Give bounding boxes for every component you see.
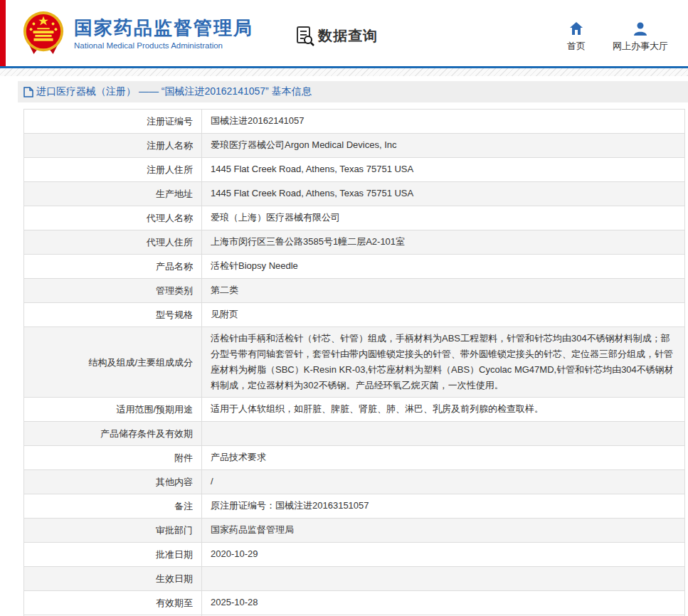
row-value: 2025-10-28 <box>202 591 684 615</box>
home-icon <box>569 21 583 36</box>
row-label: 其他内容 <box>24 470 202 494</box>
row-value: 适用于人体软组织，如肝脏、脾脏、肾脏、肺、淋巴、乳房及前列腺的检查取样。 <box>202 398 684 421</box>
row-value: 1445 Flat Creek Road, Athens, Texas 7575… <box>202 182 684 206</box>
row-label: 代理人名称 <box>24 206 202 230</box>
row-value: 活检针Biopsy Needle <box>202 255 684 278</box>
row-value: / <box>202 470 684 494</box>
page: 国家药品监督管理局 National Medical Products Admi… <box>0 0 688 616</box>
row-value: 爱琅医疗器械公司Argon Medical Devices, Inc <box>202 134 684 157</box>
row-label: 注册人住所 <box>24 158 202 181</box>
row-value: 见附页 <box>202 303 684 326</box>
row-label: 注册证编号 <box>24 110 202 133</box>
table-row: 其他内容 / <box>24 470 684 494</box>
table-row: 代理人名称 爱琅（上海）医疗器械有限公司 <box>24 206 684 230</box>
table-row: 生产地址 1445 Flat Creek Road, Athens, Texas… <box>24 182 684 206</box>
table-row: 注册证编号 国械注进20162141057 <box>24 110 684 134</box>
nav-home-label: 首页 <box>567 40 586 53</box>
row-label: 注册人名称 <box>24 134 202 157</box>
table-row: 产品储存条件及有效期 <box>24 422 684 446</box>
table-row: 有效期至 2025-10-28 <box>24 591 684 615</box>
nav-service-hall-label: 网上办事大厅 <box>613 40 668 53</box>
document-icon <box>23 87 33 97</box>
logo-text: 国家药品监督管理局 National Medical Products Admi… <box>74 17 253 50</box>
national-emblem-icon <box>21 10 65 57</box>
table-row: 批准日期 2020-10-29 <box>24 543 684 567</box>
hatch-band <box>0 68 688 76</box>
nav-service-hall[interactable]: 网上办事大厅 <box>613 21 668 53</box>
registration-info-table: 注册证编号 国械注进20162141057 注册人名称 爱琅医疗器械公司Argo… <box>23 109 685 616</box>
row-value: 2020-10-29 <box>202 543 684 566</box>
row-label: 管理类别 <box>24 279 202 302</box>
row-label: 批准日期 <box>24 543 202 566</box>
site-header: 国家药品监督管理局 National Medical Products Admi… <box>0 0 688 66</box>
row-label: 附件 <box>24 446 202 469</box>
row-value: 国械注进20162141057 <box>202 110 684 133</box>
breadcrumb: 进口医疗器械（注册） —— “国械注进20162141057” 基本信息 <box>18 81 688 102</box>
row-value: 爱琅（上海）医疗器械有限公司 <box>202 206 684 230</box>
nmpa-logo[interactable]: 国家药品监督管理局 National Medical Products Admi… <box>21 10 253 57</box>
table-row: 代理人住所 上海市闵行区三鲁公路3585号1幢二层A2-101室 <box>24 230 684 255</box>
row-label: 适用范围/预期用途 <box>24 398 202 421</box>
page-title: 进口医疗器械（注册） —— “国械注进20162141057” 基本信息 <box>36 85 312 98</box>
row-value: 1445 Flat Creek Road, Athens, Texas 7575… <box>202 158 684 181</box>
logo-title-en: National Medical Products Administration <box>74 41 253 50</box>
table-row: 审批部门 国家药品监督管理局 <box>24 519 684 543</box>
row-label: 备注 <box>24 494 202 518</box>
table-row: 备注 原注册证编号：国械注进20163151057 <box>24 494 684 519</box>
row-value: 原注册证编号：国械注进20163151057 <box>202 494 684 518</box>
table-row: 管理类别 第二类 <box>24 279 684 303</box>
table-row: 型号规格 见附页 <box>24 303 684 327</box>
row-label: 产品储存条件及有效期 <box>24 422 202 445</box>
row-label: 代理人住所 <box>24 230 202 254</box>
table-row: 适用范围/预期用途 适用于人体软组织，如肝脏、脾脏、肾脏、肺、淋巴、乳房及前列腺… <box>24 398 684 422</box>
nav-home[interactable]: 首页 <box>567 21 586 53</box>
red-edge-strip <box>0 0 6 66</box>
row-value: 第二类 <box>202 279 684 302</box>
table-row: 产品名称 活检针Biopsy Needle <box>24 255 684 279</box>
row-value: 上海市闵行区三鲁公路3585号1幢二层A2-101室 <box>202 230 684 254</box>
data-query-label: 数据查询 <box>318 26 378 46</box>
row-value <box>202 422 684 445</box>
row-value: 国家药品监督管理局 <box>202 519 684 542</box>
row-value: 产品技术要求 <box>202 446 684 469</box>
data-query-icon <box>296 26 314 46</box>
table-rows: 注册证编号 国械注进20162141057 注册人名称 爱琅医疗器械公司Argo… <box>24 110 684 615</box>
row-value <box>202 567 684 590</box>
header-nav: 首页 网上办事大厅 <box>567 21 668 53</box>
table-row: 生效日期 <box>24 567 684 591</box>
data-query-link[interactable]: 数据查询 <box>296 26 378 46</box>
row-label: 审批部门 <box>24 519 202 542</box>
row-label: 生产地址 <box>24 182 202 206</box>
user-icon <box>633 21 647 36</box>
table-row: 附件 产品技术要求 <box>24 446 684 470</box>
row-label: 有效期至 <box>24 591 202 615</box>
table-row: 注册人住所 1445 Flat Creek Road, Athens, Texa… <box>24 158 684 182</box>
table-row: 注册人名称 爱琅医疗器械公司Argon Medical Devices, Inc <box>24 134 684 158</box>
row-label: 型号规格 <box>24 303 202 326</box>
logo-title-zh: 国家药品监督管理局 <box>74 17 253 38</box>
row-label: 结构及组成/主要组成成分 <box>24 327 202 397</box>
row-value: 活检针由手柄和活检针（针芯、针管）组成，手柄材料为ABS工程塑料，针管和针芯均由… <box>202 327 684 397</box>
row-label: 产品名称 <box>24 255 202 278</box>
table-row: 结构及组成/主要组成成分 活检针由手柄和活检针（针芯、针管）组成，手柄材料为AB… <box>24 327 684 398</box>
row-label: 生效日期 <box>24 567 202 590</box>
